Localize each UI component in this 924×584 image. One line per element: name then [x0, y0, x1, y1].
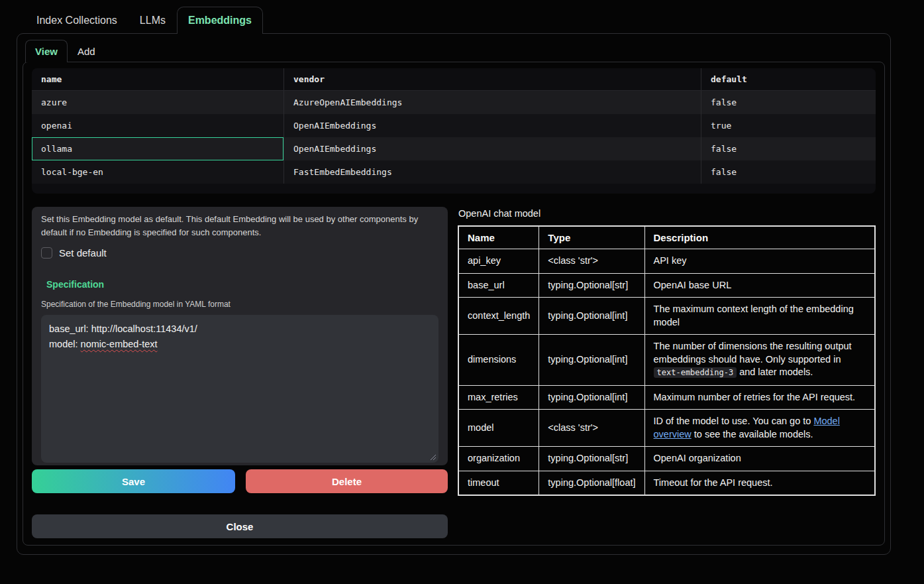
- delete-button[interactable]: Delete: [246, 469, 448, 493]
- misspelled-word: nomic-embed-text: [81, 339, 158, 349]
- docs-row-context-length: context_lengthtyping.Optional[int]The ma…: [458, 298, 875, 335]
- top-tab-bar: Index CollectionsLLMsEmbeddings: [17, 7, 907, 33]
- column-header-vendor: vendor: [283, 68, 701, 90]
- param-type: typing.Optional[int]: [539, 385, 644, 410]
- set-default-help-text: Set this Embedding model as default. Thi…: [41, 213, 438, 239]
- param-description: Maximum number of retries for the API re…: [644, 385, 875, 410]
- model-overview-link[interactable]: Model overview: [654, 416, 840, 439]
- docs-row-organization: organizationtyping.Optional[str]OpenAI o…: [458, 447, 875, 471]
- cell-vendor[interactable]: OpenAIEmbeddings: [283, 137, 701, 160]
- param-description: ID of the model to use. You can go to Mo…: [644, 410, 875, 447]
- param-description: API key: [644, 249, 875, 274]
- save-button[interactable]: Save: [32, 469, 235, 493]
- param-name: api_key: [458, 249, 539, 274]
- table-row[interactable]: azureAzureOpenAIEmbeddingsfalse: [32, 91, 876, 114]
- table-row[interactable]: local-bge-enFastEmbedEmbeddingsfalse: [32, 160, 876, 184]
- cell-default[interactable]: false: [701, 160, 876, 184]
- cell-name[interactable]: azure: [32, 91, 283, 114]
- docs-row-model: model<class 'str'>ID of the model to use…: [458, 410, 875, 447]
- cell-default[interactable]: false: [701, 137, 876, 160]
- yaml-line-2: model: nomic-embed-text: [49, 337, 431, 352]
- view-tab-panel: namevendordefault azureAzureOpenAIEmbedd…: [23, 62, 885, 546]
- resize-handle-icon[interactable]: [429, 453, 436, 461]
- param-description: The maximum context length of the embedd…: [644, 298, 875, 335]
- yaml-line-1: base_url: http://localhost:11434/v1/: [49, 321, 431, 337]
- table-row[interactable]: openaiOpenAIEmbeddingstrue: [32, 114, 876, 137]
- param-type: typing.Optional[int]: [539, 298, 644, 335]
- param-type: typing.Optional[str]: [539, 273, 644, 298]
- column-header-name: name: [32, 68, 283, 90]
- cell-vendor[interactable]: FastEmbedEmbeddings: [283, 160, 701, 184]
- cell-vendor[interactable]: OpenAIEmbeddings: [283, 114, 701, 137]
- docs-row-dimensions: dimensionstyping.Optional[int]The number…: [458, 335, 875, 386]
- tab-llms[interactable]: LLMs: [128, 7, 177, 34]
- embeddings-panel: ViewAdd namevendordefault azureAzureOpen…: [17, 33, 891, 555]
- yaml-spec-editor[interactable]: base_url: http://localhost:11434/v1/ mod…: [41, 315, 438, 463]
- param-type: <class 'str'>: [539, 249, 644, 274]
- set-default-checkbox[interactable]: [41, 247, 52, 259]
- cell-name[interactable]: local-bge-en: [32, 160, 283, 184]
- param-name: model: [458, 410, 539, 447]
- set-default-label: Set default: [59, 247, 107, 259]
- param-type: typing.Optional[float]: [539, 471, 644, 495]
- param-type: <class 'str'>: [539, 410, 644, 447]
- param-name: timeout: [458, 471, 539, 495]
- param-name: context_length: [458, 298, 539, 335]
- model-params-table: NameTypeDescription api_key<class 'str'>…: [458, 225, 876, 496]
- view-add-tab-bar: ViewAdd: [25, 40, 885, 62]
- close-button[interactable]: Close: [32, 514, 448, 538]
- embeddings-table-header: namevendordefault: [32, 68, 876, 91]
- specification-heading: Specification: [46, 279, 438, 290]
- param-name: max_retries: [458, 385, 539, 410]
- table-row[interactable]: ollamaOpenAIEmbeddingsfalse: [32, 137, 876, 160]
- docs-column-name: Name: [458, 226, 539, 249]
- docs-row-api-key: api_key<class 'str'>API key: [458, 249, 875, 274]
- inline-code: text-embedding-3: [654, 367, 737, 378]
- param-type: typing.Optional[int]: [539, 335, 644, 386]
- tab-view[interactable]: View: [25, 40, 68, 62]
- docs-row-timeout: timeouttyping.Optional[float]Timeout for…: [458, 471, 875, 495]
- embeddings-table: namevendordefault azureAzureOpenAIEmbedd…: [32, 68, 876, 194]
- cell-name[interactable]: ollama: [32, 137, 283, 160]
- specification-help-text: Specification of the Embedding model in …: [41, 300, 438, 309]
- docs-row-base-url: base_urltyping.Optional[str]OpenAI base …: [458, 273, 875, 298]
- param-description: The number of dimensions the resulting o…: [644, 335, 875, 386]
- docs-column-description: Description: [644, 226, 875, 249]
- docs-table-title: OpenAI chat model: [458, 208, 876, 219]
- param-description: OpenAI organization: [644, 447, 875, 471]
- cell-name[interactable]: openai: [32, 114, 283, 137]
- docs-column-type: Type: [539, 226, 644, 249]
- embeddings-table-body: azureAzureOpenAIEmbeddingsfalseopenaiOpe…: [32, 91, 876, 184]
- cell-default[interactable]: false: [701, 91, 876, 114]
- param-description: OpenAI base URL: [644, 273, 875, 298]
- param-name: base_url: [458, 273, 539, 298]
- docs-header-row: NameTypeDescription: [458, 226, 875, 249]
- param-type: typing.Optional[str]: [539, 447, 644, 471]
- tab-add[interactable]: Add: [68, 40, 105, 62]
- param-name: dimensions: [458, 335, 539, 386]
- docs-table-body: api_key<class 'str'>API keybase_urltypin…: [458, 249, 875, 496]
- param-name: organization: [458, 447, 539, 471]
- param-description: Timeout for the API request.: [644, 471, 875, 495]
- tab-index-collections[interactable]: Index Collections: [25, 7, 128, 34]
- docs-row-max-retries: max_retriestyping.Optional[int]Maximum n…: [458, 385, 875, 410]
- embedding-detail-form: Set this Embedding model as default. Thi…: [32, 207, 448, 465]
- cell-default[interactable]: true: [701, 114, 876, 137]
- set-default-checkbox-row[interactable]: Set default: [41, 247, 438, 259]
- tab-embeddings[interactable]: Embeddings: [177, 7, 263, 34]
- column-header-default: default: [701, 68, 876, 90]
- cell-vendor[interactable]: AzureOpenAIEmbeddings: [283, 91, 701, 114]
